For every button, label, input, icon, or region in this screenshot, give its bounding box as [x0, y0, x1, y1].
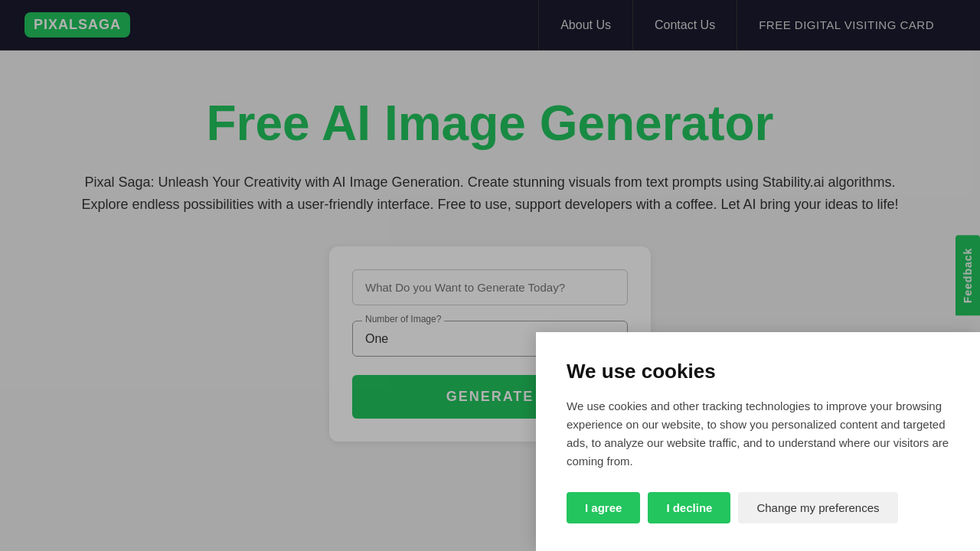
preferences-button[interactable]: Change my preferences — [738, 492, 897, 523]
cookie-text: We use cookies and other tracking techno… — [567, 397, 949, 471]
decline-button[interactable]: I decline — [648, 492, 730, 523]
cookie-banner: We use cookies We use cookies and other … — [536, 332, 980, 551]
cookie-title: We use cookies — [567, 360, 949, 383]
cookie-overlay: We use cookies We use cookies and other … — [0, 0, 980, 551]
agree-button[interactable]: I agree — [567, 492, 640, 523]
cookie-buttons: I agree I decline Change my preferences — [567, 492, 949, 523]
